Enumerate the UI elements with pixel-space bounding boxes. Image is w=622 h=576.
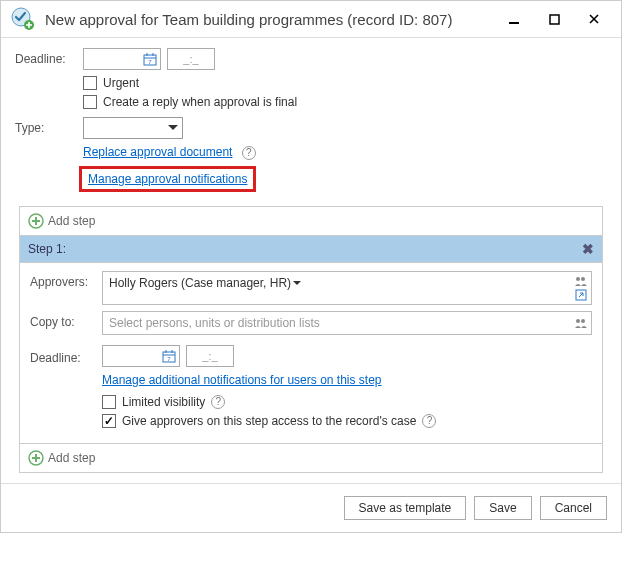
save-button[interactable]: Save	[474, 496, 531, 520]
svg-text:7: 7	[167, 356, 171, 362]
step-1-title: Step 1:	[28, 242, 66, 256]
step-deadline-label: Deadline:	[30, 347, 102, 365]
remove-step-button[interactable]: ✖	[582, 241, 594, 257]
maximize-button[interactable]	[537, 8, 571, 30]
svg-point-17	[576, 319, 580, 323]
save-as-template-button[interactable]: Save as template	[344, 496, 467, 520]
svg-rect-3	[550, 15, 559, 24]
window-title: New approval for Team building programme…	[45, 11, 497, 28]
calendar-icon: 7	[143, 52, 157, 66]
cancel-button[interactable]: Cancel	[540, 496, 607, 520]
step-deadline-date-input[interactable]: 7	[102, 345, 180, 367]
manage-approval-notifications-link[interactable]: Manage approval notifications	[88, 172, 247, 186]
approvers-input[interactable]: Holly Rogers (Case manager, HR)	[102, 271, 592, 305]
help-icon[interactable]: ?	[422, 414, 436, 428]
svg-text:7: 7	[148, 59, 152, 65]
add-step-top[interactable]: Add step	[20, 207, 602, 235]
step-1-body: Approvers: Holly Rogers (Case manager, H…	[20, 263, 602, 443]
approval-dialog: New approval for Team building programme…	[0, 0, 622, 533]
help-icon[interactable]: ?	[211, 395, 225, 409]
deadline-label: Deadline:	[15, 52, 83, 66]
plus-icon	[28, 450, 44, 466]
steps-container: Add step Step 1: ✖ Approvers: Holly Roge…	[19, 206, 603, 473]
highlight-manage-notifications: Manage approval notifications	[79, 166, 256, 192]
urgent-checkbox[interactable]	[83, 76, 97, 90]
create-reply-checkbox[interactable]	[83, 95, 97, 109]
titlebar: New approval for Team building programme…	[1, 1, 621, 38]
step-deadline-time-input[interactable]: _:_	[186, 345, 234, 367]
window-controls	[497, 8, 611, 30]
deadline-time-input[interactable]: _:_	[167, 48, 215, 70]
type-dropdown[interactable]	[83, 117, 183, 139]
approval-app-icon	[11, 7, 35, 31]
chevron-down-icon	[168, 125, 178, 131]
add-step-bottom[interactable]: Add step	[20, 443, 602, 472]
copyto-input[interactable]: Select persons, units or distribution li…	[102, 311, 592, 335]
urgent-label: Urgent	[103, 76, 139, 90]
svg-point-15	[581, 277, 585, 281]
replace-approval-document-link[interactable]: Replace approval document	[83, 145, 232, 159]
manage-additional-notifications-link[interactable]: Manage additional notifications for user…	[102, 373, 382, 387]
plus-icon	[28, 213, 44, 229]
close-button[interactable]	[577, 8, 611, 30]
expand-icon[interactable]	[574, 289, 588, 301]
type-label: Type:	[15, 121, 83, 135]
people-picker-icon[interactable]	[574, 317, 588, 329]
help-icon[interactable]: ?	[242, 146, 256, 160]
approvers-label: Approvers:	[30, 271, 102, 289]
svg-point-18	[581, 319, 585, 323]
limited-visibility-label: Limited visibility	[122, 395, 205, 409]
give-access-label: Give approvers on this step access to th…	[122, 414, 416, 428]
copyto-label: Copy to:	[30, 311, 102, 329]
calendar-icon: 7	[162, 349, 176, 363]
create-reply-label: Create a reply when approval is final	[103, 95, 297, 109]
add-step-label: Add step	[48, 214, 95, 228]
dialog-footer: Save as template Save Cancel	[1, 483, 621, 532]
deadline-date-input[interactable]: 7	[83, 48, 161, 70]
chevron-down-icon	[293, 281, 301, 286]
svg-point-14	[576, 277, 580, 281]
step-1-header: Step 1: ✖	[20, 235, 602, 263]
form-content: Deadline: 7 _:_ Urgent Create a reply wh…	[1, 38, 621, 473]
add-step-label: Add step	[48, 451, 95, 465]
minimize-button[interactable]	[497, 8, 531, 30]
give-access-checkbox[interactable]	[102, 414, 116, 428]
limited-visibility-checkbox[interactable]	[102, 395, 116, 409]
copyto-placeholder: Select persons, units or distribution li…	[109, 316, 320, 330]
people-picker-icon[interactable]	[574, 275, 588, 287]
approvers-value: Holly Rogers (Case manager, HR)	[109, 276, 291, 290]
